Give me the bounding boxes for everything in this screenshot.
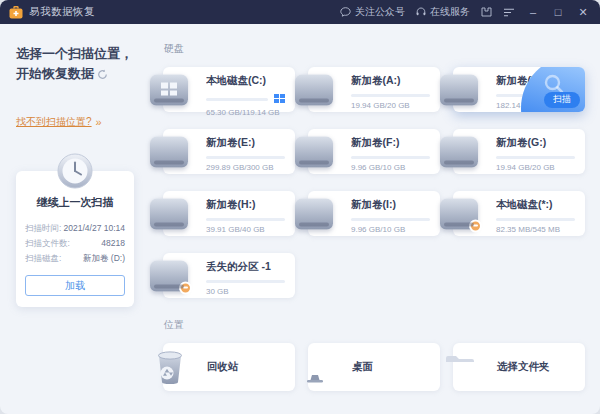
usage-track	[351, 94, 430, 97]
page-title: 选择一个扫描位置，开始恢复数据	[16, 44, 134, 85]
disk-drive-icon	[440, 74, 478, 105]
usage-bar-row	[206, 94, 285, 104]
refresh-icon[interactable]	[97, 66, 108, 86]
usage-track	[206, 98, 268, 101]
drive-size: 19.94 GB/20 GB	[496, 163, 575, 172]
main-panel: 硬盘 本地磁盘(C:) 65.30 GB/119.14 GB	[148, 24, 600, 414]
headset-icon	[416, 7, 426, 17]
location-card[interactable]: 选择文件夹	[453, 343, 585, 391]
drive-card[interactable]: 新加卷(A:) 19.94 GB/20 GB	[308, 67, 440, 112]
disk-drive-icon	[150, 74, 188, 105]
disk-section-label: 硬盘	[164, 42, 585, 56]
drive-name: 新加卷(H:)	[206, 198, 285, 212]
disk-drive-icon	[150, 136, 188, 167]
drive-card[interactable]: 新加卷(G:) 19.94 GB/20 GB	[453, 129, 585, 174]
service-label: 在线服务	[430, 5, 470, 19]
location-name: 桌面	[352, 360, 373, 374]
location-icon	[150, 348, 190, 386]
location-section-label: 位置	[164, 318, 585, 332]
windows-logo-icon	[274, 94, 285, 104]
close-button[interactable]: ✕	[576, 7, 590, 18]
chat-bubble-icon	[340, 7, 351, 17]
cannot-find-location-link[interactable]: 找不到扫描位置? »	[16, 115, 134, 129]
usage-track	[496, 218, 575, 221]
disk-drive-icon	[150, 260, 188, 291]
drive-size: 299.89 GB/300 GB	[206, 163, 285, 172]
drive-name: 本地磁盘(C:)	[206, 74, 285, 88]
usage-bar-row	[496, 156, 575, 159]
scan-button[interactable]: 扫描	[544, 92, 580, 108]
load-button[interactable]: 加载	[25, 275, 125, 296]
drive-size: 39.91 GB/40 GB	[206, 225, 285, 234]
drive-size: 9.96 GB/10 GB	[351, 163, 430, 172]
usage-bar-row	[206, 218, 285, 221]
usage-bar-row	[351, 218, 430, 221]
drive-name: 新加卷(G:)	[496, 136, 575, 150]
app-title: 易我数据恢复	[29, 5, 95, 19]
online-service-button[interactable]: 在线服务	[416, 5, 470, 19]
location-grid: 回收站	[163, 343, 585, 391]
titlebar-actions: 关注公众号 在线服务 – □ ✕	[340, 5, 590, 19]
drive-name: 新加卷(E:)	[206, 136, 285, 150]
window-body: 选择一个扫描位置，开始恢复数据 找不到扫描位置? »	[0, 24, 600, 414]
menu-icon	[503, 8, 515, 17]
location-card[interactable]: 回收站	[163, 343, 295, 391]
location-name: 回收站	[207, 360, 239, 374]
double-chevron-icon: »	[96, 116, 100, 128]
disk-drive-icon	[440, 198, 478, 229]
drive-card[interactable]: 新加卷(I:) 9.96 GB/10 GB	[308, 191, 440, 236]
scan-disk-value: 新加卷 (D:)	[83, 251, 125, 266]
scan-time-row: 扫描时间: 2021/4/27 10:14	[25, 221, 125, 236]
drive-card[interactable]: 新加卷(F:) 9.96 GB/10 GB	[308, 129, 440, 174]
drive-size: 82.35 MB/545 MB	[496, 225, 575, 234]
minus-badge-icon	[179, 281, 192, 294]
clock-icon	[56, 152, 94, 194]
drive-card[interactable]: 新加卷(E:) 299.89 GB/300 GB	[163, 129, 295, 174]
usage-track	[351, 156, 430, 159]
desktop-icon	[295, 348, 335, 386]
drive-card[interactable]: 新加卷(D:) 182.14 GB/200 GB 扫描	[453, 67, 585, 112]
drive-card[interactable]: 丢失的分区 -1 30 GB	[163, 253, 295, 298]
sidebar: 选择一个扫描位置，开始恢复数据 找不到扫描位置? »	[0, 24, 148, 414]
drive-name: 新加卷(I:)	[351, 198, 430, 212]
location-icon	[295, 348, 335, 386]
location-card[interactable]: 桌面	[308, 343, 440, 391]
disk-drive-icon	[150, 198, 188, 229]
titlebar: 易我数据恢复 关注公众号 在线服务 – □ ✕	[0, 0, 600, 24]
drive-size: 30 GB	[206, 287, 285, 296]
follow-official-account-button[interactable]: 关注公众号	[340, 5, 405, 19]
follow-label: 关注公众号	[355, 5, 405, 19]
minus-badge-icon	[469, 219, 482, 232]
minimize-button[interactable]: –	[526, 7, 540, 18]
usage-bar-row	[206, 156, 285, 159]
usage-bar-row	[351, 156, 430, 159]
usage-bar-row	[206, 280, 285, 283]
resume-last-scan-card: 继续上一次扫描 扫描时间: 2021/4/27 10:14 扫描文件数: 482…	[16, 171, 134, 307]
usage-bar-row	[351, 94, 430, 97]
folder-icon	[440, 348, 480, 386]
recycle-bin-icon	[150, 348, 190, 386]
location-name: 选择文件夹	[497, 360, 550, 374]
maximize-button[interactable]: □	[551, 7, 565, 18]
disk-drive-icon	[440, 136, 478, 167]
app-window: 易我数据恢复 关注公众号 在线服务 – □ ✕ 选择一个扫描位	[0, 0, 600, 414]
drive-card[interactable]: 新加卷(H:) 39.91 GB/40 GB	[163, 191, 295, 236]
disk-drive-icon	[295, 74, 333, 105]
drive-card[interactable]: 本地磁盘(*:) 82.35 MB/545 MB	[453, 191, 585, 236]
drive-name: 新加卷(A:)	[351, 74, 430, 88]
menu-button[interactable]	[503, 8, 515, 17]
scan-disk-row: 扫描磁盘: 新加卷 (D:)	[25, 251, 125, 266]
scan-time-label: 扫描时间:	[25, 221, 61, 236]
drive-size: 19.94 GB/20 GB	[351, 101, 430, 110]
usage-bar-row	[496, 218, 575, 221]
location-icon	[440, 348, 480, 386]
drive-grid: 本地磁盘(C:) 65.30 GB/119.14 GB	[163, 67, 585, 298]
drive-size: 65.30 GB/119.14 GB	[206, 108, 285, 117]
disk-drive-icon	[295, 136, 333, 167]
page-title-text: 选择一个扫描位置，开始恢复数据	[16, 46, 133, 81]
feedback-button[interactable]	[481, 7, 492, 17]
drive-card[interactable]: 本地磁盘(C:) 65.30 GB/119.14 GB	[163, 67, 295, 112]
resume-card-title: 继续上一次扫描	[25, 195, 125, 210]
cannot-find-location-text[interactable]: 找不到扫描位置?	[16, 115, 92, 129]
disk-drive-icon	[295, 198, 333, 229]
